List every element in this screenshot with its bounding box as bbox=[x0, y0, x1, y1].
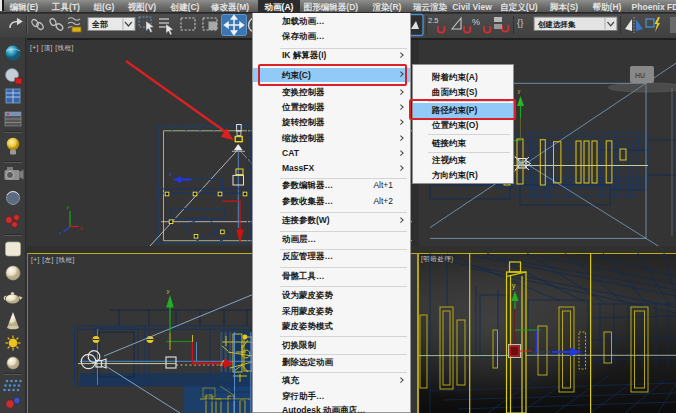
svg-text:y: y bbox=[67, 204, 70, 210]
svg-text:z: z bbox=[59, 230, 62, 236]
svg-text:y: y bbox=[512, 282, 516, 290]
svg-text:y: y bbox=[518, 88, 521, 94]
svg-text:HU: HU bbox=[635, 72, 645, 79]
svg-text:x: x bbox=[80, 225, 83, 231]
svg-text:z: z bbox=[169, 171, 172, 177]
svg-text:y: y bbox=[167, 288, 170, 294]
